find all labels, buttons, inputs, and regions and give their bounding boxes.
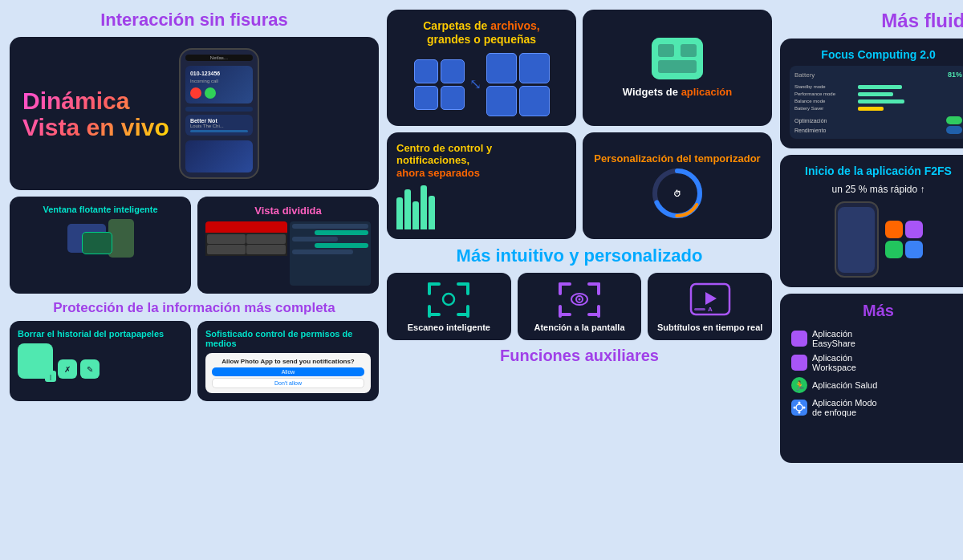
focus-title: Focus Computing 2.0 <box>790 48 963 61</box>
music-title: Better Not <box>190 118 248 124</box>
battery-header: Battery 81% <box>794 71 962 79</box>
perms-card: Sofisticado control de permisos de medio… <box>197 321 379 401</box>
toggle-1[interactable] <box>946 116 962 124</box>
accept-btn[interactable] <box>205 87 216 99</box>
scan-title: Escaneo inteligente <box>408 323 490 332</box>
battery-bar-2 <box>858 92 893 96</box>
toggle-2[interactable] <box>946 126 962 134</box>
battery-bar-3 <box>858 99 904 103</box>
f2fs-visual <box>790 201 963 278</box>
folder-item-l2 <box>519 53 550 83</box>
mas-label-4: Aplicación Modode enfoque <box>812 398 877 417</box>
dialog-allow-btn[interactable]: Allow <box>212 367 364 376</box>
svg-rect-13 <box>428 305 431 318</box>
chat-row-4 <box>315 243 368 248</box>
svg-point-38 <box>803 407 806 409</box>
dialog-buttons: Allow Don't allow <box>212 367 364 388</box>
phone-number: 010-123456 <box>190 71 248 76</box>
chat-row-3 <box>292 237 338 241</box>
split-title: Vista dividida <box>205 205 371 217</box>
folder-item-3 <box>414 86 438 110</box>
yt-thumb-4 <box>246 245 285 254</box>
expand-icon: ⤡ <box>469 75 482 93</box>
folder-grid-large <box>486 53 550 116</box>
svg-point-36 <box>798 412 801 414</box>
folder-item-l3 <box>486 86 517 116</box>
floating-img-container <box>67 224 106 253</box>
svg-text:A: A <box>708 306 713 313</box>
svg-text:⏱: ⏱ <box>673 189 681 198</box>
subtitle-card: A Subtítulos en tiempo real <box>648 273 772 340</box>
svg-rect-2 <box>681 44 697 57</box>
app-ico-2 <box>905 221 923 238</box>
dialog-deny-btn[interactable]: Don't allow <box>212 378 364 388</box>
battery-label-1: Standby mode <box>794 84 855 89</box>
svg-marker-29 <box>705 292 717 305</box>
battery-bar-4 <box>858 107 884 111</box>
chat-row-1 <box>292 224 369 229</box>
svg-rect-11 <box>466 282 469 295</box>
ci-box-1[interactable]: ✗ <box>58 359 77 379</box>
col3: Más fluido Focus Computing 2.0 Battery 8… <box>780 10 963 463</box>
mas-item-3: 🏃 Aplicación Salud <box>791 375 963 396</box>
mas-item-1: AplicaciónEasyShare <box>791 327 963 351</box>
chat-row-5 <box>292 250 353 254</box>
ci-box-2[interactable]: ✎ <box>80 359 100 379</box>
subtitle-title: Subtítulos en tiempo real <box>657 323 762 332</box>
youtube-bar <box>205 221 287 233</box>
app-ico-4 <box>905 241 923 258</box>
bar-3 <box>412 201 419 229</box>
bar-2 <box>404 189 411 229</box>
split-card: Vista dividida <box>197 197 379 294</box>
split-left <box>205 221 287 286</box>
phone-bg <box>185 140 253 172</box>
mas-label-2: AplicaciónWorkspace <box>812 353 856 372</box>
battery-bar-1 <box>858 85 902 89</box>
attention-card: Atención a la pantalla <box>518 273 642 340</box>
yt-thumb-1 <box>207 234 246 244</box>
subtitle-svg: A <box>688 281 733 318</box>
clipboard-box-wrap: | <box>18 343 53 379</box>
folders-card: Carpetas de archivos, grandes o pequeñas… <box>387 10 576 126</box>
folder-item-l1 <box>486 53 517 83</box>
control-visual <box>396 185 435 229</box>
col2: Carpetas de archivos, grandes o pequeñas… <box>387 10 772 463</box>
folder-item-l4 <box>519 86 550 116</box>
battery-row-3: Balance mode <box>794 99 962 103</box>
netlas-label: Netlas... <box>185 55 253 61</box>
subtitle-icon: A <box>688 281 733 318</box>
scan-icon <box>426 281 471 318</box>
folder-item-2 <box>441 59 465 83</box>
battery-row-2: Performance mode <box>794 91 962 96</box>
chat-overlay <box>82 232 112 254</box>
phone-mockup: Netlas... 010-123456 Incoming call Bette… <box>179 48 259 179</box>
battery-label-4: Battery Saver <box>794 106 855 111</box>
battery-row-4: Battery Saver <box>794 106 962 111</box>
music-progress <box>190 130 248 132</box>
attention-icon <box>557 281 602 318</box>
incoming-call-label: Incoming call <box>190 79 248 83</box>
mas-items-list: AplicaciónEasyShare AplicaciónWorkspace … <box>791 327 963 420</box>
bar-4 <box>421 185 427 229</box>
phone2-mockup <box>835 201 879 278</box>
toggle-label-2: Rendimiento <box>794 128 826 133</box>
mas-item-4: Aplicación Modode enfoque <box>791 396 963 420</box>
svg-rect-1 <box>658 44 674 57</box>
f2fs-card: Inicio de la aplicación F2FS un 25 % más… <box>780 155 963 287</box>
widgets-title: Widgets de aplicación <box>623 86 732 98</box>
widget-svg <box>652 38 703 79</box>
timer-title: Personalización del temporizador <box>594 152 760 164</box>
decline-btn[interactable] <box>190 87 201 99</box>
dialog-mock: Allow Photo App to send you notification… <box>205 353 371 393</box>
battery-mock: Battery 81% Standby mode Performance mod… <box>790 66 963 139</box>
main-grid: Interacción sin fisuras Dinámica Vista e… <box>10 10 953 550</box>
svg-point-37 <box>794 407 796 409</box>
focus-card: Focus Computing 2.0 Battery 81% Standby … <box>780 39 963 148</box>
mas-title: Más <box>791 302 963 320</box>
dialog-title: Allow Photo App to send you notification… <box>212 358 364 365</box>
attention-svg <box>557 281 602 318</box>
fluido-title: Más fluido <box>780 10 963 32</box>
mas-icon-1 <box>791 331 807 347</box>
control-bars <box>396 185 435 229</box>
control-card: Centro de control y notificaciones, ahor… <box>387 132 576 240</box>
